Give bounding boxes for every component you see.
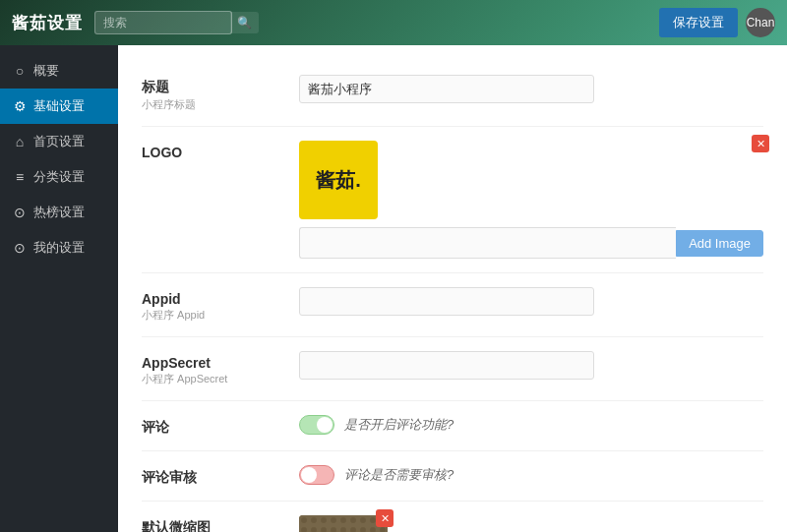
comment-review-label-col: 评论审核 xyxy=(142,465,299,487)
appid-label: Appid xyxy=(142,291,299,307)
comment-toggle-wrap: 是否开启评论功能? xyxy=(299,415,763,435)
sidebar-item-label: 分类设置 xyxy=(33,168,85,186)
sidebar-item-ranking[interactable]: ⊙ 热榜设置 xyxy=(0,195,118,230)
avatar: Chan xyxy=(746,8,775,37)
appid-sublabel: 小程序 Appid xyxy=(142,309,205,321)
overview-icon: ○ xyxy=(12,63,28,79)
comment-review-label: 评论审核 xyxy=(142,469,299,487)
logo-label: LOGO xyxy=(142,145,299,160)
form: 标题 小程序标题 LOGO 酱茹. xyxy=(118,45,787,532)
comment-review-toggle-label: 评论是否需要审核? xyxy=(344,466,454,484)
sidebar-item-overview[interactable]: ○ 概要 xyxy=(0,53,118,89)
sidebar-item-label: 首页设置 xyxy=(33,133,85,150)
appsecret-sublabel: 小程序 AppSecret xyxy=(142,373,227,384)
appsecret-label: AppSecret xyxy=(142,355,299,371)
appid-label-col: Appid 小程序 Appid xyxy=(142,287,299,323)
coffee-image: COFFEE 茶茶00 xyxy=(299,515,388,532)
sidebar: ○ 概要 ⚙ 基础设置 ⌂ 首页设置 ≡ 分类设置 ⊙ 热榜设置 ⊙ 我的设置 xyxy=(0,45,118,532)
title-label-col: 标题 小程序标题 xyxy=(142,75,299,112)
sidebar-item-label: 基础设置 xyxy=(33,97,85,115)
appid-input[interactable] xyxy=(299,287,594,316)
title-label: 标题 xyxy=(142,79,299,96)
comment-toggle[interactable] xyxy=(299,415,334,435)
list-icon: ≡ xyxy=(12,169,28,185)
add-image-bar-input xyxy=(299,227,676,259)
thumbnail-label-col: 默认微缩图 xyxy=(142,515,299,532)
avatar-label: Chan xyxy=(747,16,775,30)
top-bar-right: 保存设置 Chan xyxy=(659,8,775,37)
app-title: 酱茹设置 xyxy=(12,12,83,34)
logo-field-col: 酱茹. ✕ Add Image xyxy=(299,141,763,259)
top-bar: 酱茹设置 🔍 保存设置 Chan xyxy=(0,0,787,45)
appid-row: Appid 小程序 Appid xyxy=(142,273,763,337)
thumbnail-label: 默认微缩图 xyxy=(142,519,299,532)
appid-field-col xyxy=(299,287,763,316)
comment-field-col: 是否开启评论功能? xyxy=(299,415,763,435)
appsecret-row: AppSecret 小程序 AppSecret xyxy=(142,337,763,401)
appsecret-label-col: AppSecret 小程序 AppSecret xyxy=(142,351,299,386)
appsecret-input[interactable] xyxy=(299,351,594,380)
comment-label-col: 评论 xyxy=(142,415,299,437)
title-input[interactable] xyxy=(299,75,594,103)
title-row: 标题 小程序标题 xyxy=(142,61,763,127)
sidebar-item-home[interactable]: ⌂ 首页设置 xyxy=(0,124,118,159)
home-icon: ⌂ xyxy=(12,134,28,149)
title-sublabel: 小程序标题 xyxy=(142,98,196,110)
mine-icon: ⊙ xyxy=(12,240,28,256)
main-layout: ○ 概要 ⚙ 基础设置 ⌂ 首页设置 ≡ 分类设置 ⊙ 热榜设置 ⊙ 我的设置 xyxy=(0,45,787,532)
logo-container: 酱茹. ✕ Add Image xyxy=(299,141,763,259)
sidebar-item-category[interactable]: ≡ 分类设置 xyxy=(0,159,118,195)
sidebar-item-label: 概要 xyxy=(33,62,59,80)
comment-review-toggle-wrap: 评论是否需要审核? xyxy=(299,465,763,485)
comment-review-row: 评论审核 评论是否需要审核? xyxy=(142,451,763,502)
comment-review-toggle[interactable] xyxy=(299,465,334,485)
comment-row: 评论 是否开启评论功能? xyxy=(142,401,763,451)
ranking-icon: ⊙ xyxy=(12,205,28,220)
logo-label-col: LOGO xyxy=(142,141,299,160)
logo-text: 酱茹. xyxy=(316,167,361,194)
thumbnail-row: 默认微缩图 xyxy=(142,502,763,532)
add-image-row: Add Image xyxy=(299,227,763,259)
main-content: 标题 小程序标题 LOGO 酱茹. xyxy=(118,45,787,532)
title-field-col xyxy=(299,75,763,103)
comment-label: 评论 xyxy=(142,419,299,437)
search-input[interactable] xyxy=(94,11,232,34)
sidebar-item-basic[interactable]: ⚙ 基础设置 xyxy=(0,89,118,124)
logo-row: LOGO 酱茹. ✕ Add Image xyxy=(142,127,763,273)
logo-preview-wrap: 酱茹. ✕ xyxy=(299,141,763,219)
comment-review-field-col: 评论是否需要审核? xyxy=(299,465,763,485)
thumbnail-remove-button[interactable]: ✕ xyxy=(376,509,394,527)
svg-rect-1 xyxy=(299,515,388,532)
thumbnail-preview-wrap: COFFEE 茶茶00 ✕ xyxy=(299,515,388,532)
logo-remove-button[interactable]: ✕ xyxy=(752,135,769,152)
thumbnail-preview: COFFEE 茶茶00 xyxy=(299,515,388,532)
add-image-button[interactable]: Add Image xyxy=(676,230,763,257)
sidebar-item-label: 我的设置 xyxy=(33,239,85,257)
sidebar-item-label: 热榜设置 xyxy=(33,204,85,221)
sidebar-item-mine[interactable]: ⊙ 我的设置 xyxy=(0,230,118,266)
save-button[interactable]: 保存设置 xyxy=(659,8,738,37)
appsecret-field-col xyxy=(299,351,763,380)
search-button[interactable]: 🔍 xyxy=(230,12,259,33)
comment-toggle-label: 是否开启评论功能? xyxy=(344,416,454,434)
gear-icon: ⚙ xyxy=(12,98,28,114)
logo-preview: 酱茹. xyxy=(299,141,378,219)
thumbnail-field-col: COFFEE 茶茶00 ✕ xyxy=(299,515,763,532)
